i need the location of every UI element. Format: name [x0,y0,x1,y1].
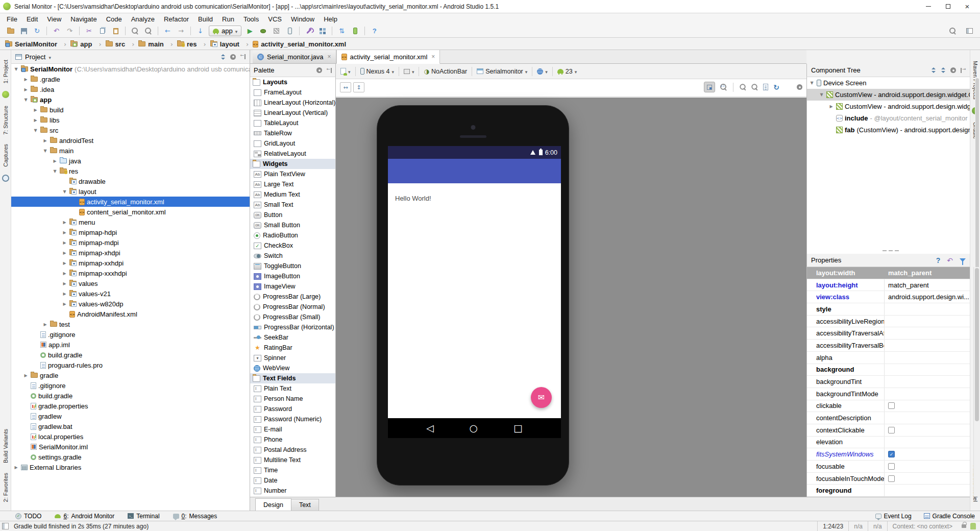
tree-row[interactable]: ▼ app [11,94,250,105]
reset-icon[interactable]: ↶ [947,256,953,264]
find-usages-button[interactable] [142,26,155,37]
refresh-button[interactable]: ↻ [773,83,779,91]
breadcrumb-item[interactable]: activity_serial_monitor.xml [253,40,349,48]
tree-arrow-icon[interactable]: ▼ [52,169,58,174]
palette-item[interactable]: Password (Numeric) [250,414,335,424]
gear-icon[interactable] [797,84,802,90]
caret-position[interactable]: 1:24/23 [817,521,848,531]
property-row[interactable]: focusable [807,461,970,473]
sidebar-item-structure[interactable]: 7: Structure [3,106,9,135]
property-row[interactable]: alpha [807,352,970,364]
tree-row[interactable]: app.iml [11,340,250,350]
tree-row[interactable]: build.gradle [11,350,250,360]
search-everywhere-button[interactable] [946,26,959,37]
find-button[interactable] [129,26,141,37]
back-button[interactable]: ← [161,26,174,37]
encoding-indicator[interactable]: n/a [868,521,887,531]
copy-button[interactable] [96,26,109,37]
menu-item[interactable]: Run [217,14,239,24]
breadcrumb-item[interactable]: src [106,40,139,48]
gear-icon[interactable] [316,67,322,73]
property-row[interactable]: accessibilityLiveRegion [807,316,970,328]
status-message[interactable]: Gradle build finished in 2s 35ms (27 min… [14,523,149,530]
tree-row[interactable]: ▶ values-w820dp [11,299,250,309]
zoom-in-button[interactable] [740,84,746,90]
open-button[interactable] [4,26,17,37]
tree-row[interactable]: proguard-rules.pro [11,360,250,370]
cb-icon[interactable] [888,402,895,409]
context-indicator[interactable]: Context: <no context> [887,521,958,531]
paste-button[interactable] [109,26,122,37]
tree-row[interactable]: activity_serial_monitor.xml [11,197,250,207]
palette-item[interactable]: Phone [250,435,335,445]
coverage-button[interactable] [270,26,283,37]
tree-row[interactable]: ▶ androidTest [11,135,250,146]
menu-item[interactable]: Analyze [127,14,159,24]
undo-button[interactable]: ↶ [50,26,63,37]
tool-window-button[interactable]: Terminal [128,513,159,520]
palette-item[interactable]: RadioButton [250,230,335,240]
tree-row[interactable]: SerialMonitor.iml [11,442,250,452]
palette-item[interactable]: RelativeLayout [250,149,335,159]
api-version-select[interactable]: 23 [557,68,577,75]
property-row[interactable]: foreground [807,485,970,497]
palette-item[interactable]: Large Text [250,179,335,189]
palette-item[interactable]: Spinner [250,353,335,363]
project-structure-button[interactable] [316,26,329,37]
palette-item[interactable]: TableLayout [250,118,335,128]
palette-item[interactable]: Small Text [250,200,335,210]
phone-content[interactable]: Hello World! ✉ [388,183,561,418]
palette-item[interactable]: WebView [250,363,335,373]
tree-row[interactable]: ▶ values-v21 [11,288,250,299]
tree-row[interactable]: ▶ External Libraries [11,462,250,472]
nav-recents-icon[interactable]: □ [513,423,523,433]
tool-window-button[interactable]: Gradle Console [924,513,975,520]
editor-mode-tab[interactable]: Design [255,498,291,511]
palette-item[interactable]: ProgressBar (Large) [250,292,335,302]
palette-item[interactable]: Postal Address [250,445,335,455]
palette-item[interactable]: ProgressBar (Normal) [250,302,335,312]
sidebar-item-favorites[interactable]: 2: Favorites [3,473,9,502]
tree-arrow-icon[interactable]: ▼ [42,149,48,153]
zoom-to-fit-button[interactable] [704,82,715,92]
expand-vertical-button[interactable]: ↕ [353,82,364,92]
palette-item[interactable]: Password [250,404,335,414]
property-row[interactable]: backgroundTint [807,376,970,388]
line-separator-indicator[interactable]: n/a [848,521,868,531]
component-tree-row[interactable]: fab (CustomView) - android.support.desig… [807,124,970,136]
editor-mode-tab[interactable]: Text [291,499,319,511]
breadcrumb-item[interactable]: SerialMonitor [5,40,70,48]
tree-row[interactable]: ▶ values [11,278,250,288]
tree-arrow-icon[interactable]: ▶ [62,220,67,225]
save-all-button[interactable] [17,26,30,37]
tree-row[interactable]: .gitignore [11,329,250,340]
tree-row[interactable]: ▶ mipmap-xxxhdpi [11,268,250,278]
expand-all-icon[interactable] [931,67,936,73]
tree-arrow-icon[interactable]: ▶ [62,251,67,255]
palette-item[interactable]: E-mail [250,424,335,435]
palette-item[interactable]: Button [250,210,335,220]
minimize-button[interactable] [919,2,938,12]
hide-panel-icon[interactable] [961,68,966,73]
menu-item[interactable]: Build [193,14,217,24]
menu-item[interactable]: VCS [263,14,286,24]
locale-select[interactable] [537,68,548,75]
tree-arrow-icon[interactable]: ▼ [23,98,29,102]
device-monitor-button[interactable] [349,26,361,37]
tree-row[interactable]: ▶ test [11,319,250,329]
gear-icon[interactable] [950,67,956,73]
palette-item[interactable]: ImageView [250,281,335,292]
nav-home-icon[interactable]: ○ [470,423,478,433]
component-tree-row[interactable]: ▶ CustomView - android.support.design.wi… [807,101,970,112]
palette-item[interactable]: RatingBar [250,343,335,353]
tree-row[interactable]: drawable [11,176,250,186]
cb-icon[interactable] [888,427,895,433]
tree-arrow-icon[interactable]: ▶ [62,292,67,296]
run-configuration-select[interactable]: app [209,26,241,36]
property-row[interactable]: contentDescription [807,412,970,424]
property-row[interactable]: focusableInTouchMode [807,473,970,485]
tree-row[interactable]: ▶ java [11,156,250,166]
collapse-all-icon[interactable] [941,67,946,73]
sync-button[interactable]: ↻ [31,26,43,37]
component-tree-row[interactable]: ▼ CustomView - android.support.design.wi… [807,89,970,101]
